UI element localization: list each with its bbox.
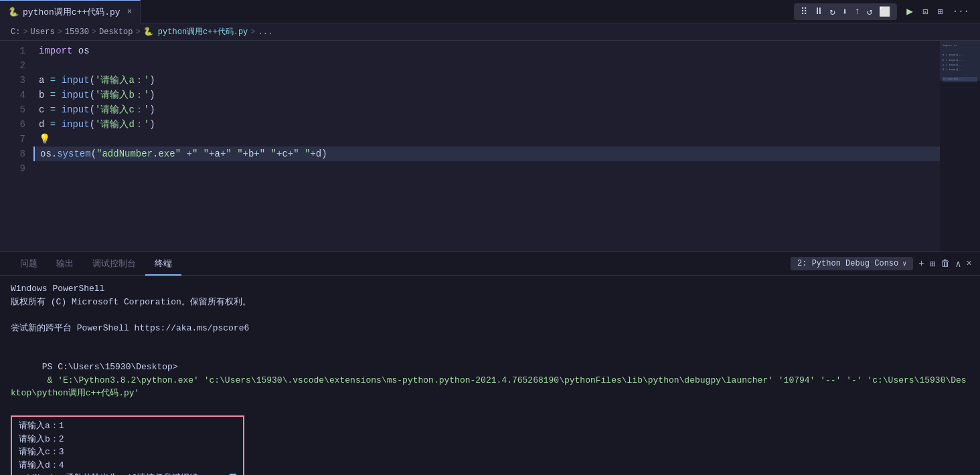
lightbulb-icon: 💡: [39, 132, 50, 147]
terminal-line-4: 尝试新的跨平台 PowerShell https://aka.ms/pscore…: [11, 322, 969, 335]
code-line-3: a = input('请输入a：'): [33, 73, 940, 88]
panel: 问题 输出 调试控制台 终端 2: Python Debug Conso ∨ +…: [0, 252, 980, 475]
tab-debug-console[interactable]: 调试控制台: [83, 252, 145, 276]
line-num-8: 8: [0, 147, 25, 161]
tab-bar: 🐍 python调用c++代码.py × ⠿ ⏸ ↻ ⬇ ↑ ↺ ⬜ ▶ ⊡ ⊞…: [0, 0, 980, 23]
tab-terminal[interactable]: 终端: [145, 252, 181, 276]
panel-tab-actions: 2: Python Debug Conso ∨ + ⊞ 🗑 ∧ ×: [791, 257, 980, 270]
terminal-input-b: 请输入b：2: [19, 433, 236, 446]
more-actions-icon[interactable]: ···: [953, 6, 969, 17]
code-content[interactable]: import os a = input('请输入a：') b = input('…: [33, 41, 940, 252]
maximize-panel-icon[interactable]: ∧: [955, 258, 961, 270]
terminal-input-c: 请输入c：3: [19, 446, 236, 459]
terminal-content[interactable]: Windows PowerShell 版权所有 (C) Microsoft Co…: [0, 276, 980, 475]
breadcrumb-desktop[interactable]: Desktop: [99, 27, 133, 37]
tab-output[interactable]: 输出: [47, 252, 83, 276]
debug-toolbar-group: ⠿ ⏸ ↻ ⬇ ↑ ↺ ⬜: [794, 3, 898, 20]
terminal-input-d: 请输入d：4: [19, 459, 236, 472]
terminal-line-1: Windows PowerShell: [11, 282, 969, 296]
code-line-1: import os: [33, 43, 940, 58]
breadcrumb: C: > Users > 15930 > Desktop > 🐍 python调…: [0, 23, 980, 41]
code-line-8: os.system("addNumber.exe" +" "+a+" "+b+"…: [33, 147, 940, 161]
tab-problems[interactable]: 问题: [11, 252, 47, 276]
grid-icon[interactable]: ⠿: [801, 6, 807, 17]
ps-prompt: PS C:\Users\15930\Desktop>: [42, 362, 178, 372]
line-num-7: 7: [0, 132, 25, 147]
split-editor-icon[interactable]: ⊡: [922, 6, 928, 17]
line-num-5: 5: [0, 102, 25, 117]
line-num-3: 3: [0, 73, 25, 88]
breadcrumb-users[interactable]: Users: [31, 27, 55, 37]
code-line-9: [33, 161, 940, 176]
breadcrumb-file[interactable]: 🐍 python调用c++代码.py: [143, 26, 248, 37]
minimap: import os a = input(... b = input(... c …: [940, 41, 980, 252]
terminal-line-3: [11, 308, 969, 322]
add-terminal-icon[interactable]: +: [918, 258, 924, 269]
terminal-line-2: 版权所有 (C) Microsoft Corporation。保留所有权利。: [11, 296, 969, 309]
code-line-2: [33, 58, 940, 73]
line-numbers: 1 2 3 4 5 6 7 8 9: [0, 41, 33, 252]
code-line-4: b = input('请输入b：'): [33, 88, 940, 102]
breadcrumb-15930[interactable]: 15930: [65, 27, 89, 37]
pause-icon[interactable]: ⏸: [814, 6, 823, 17]
code-line-7: 💡: [33, 132, 940, 147]
close-panel-icon[interactable]: ×: [967, 258, 972, 269]
restart-icon[interactable]: ↺: [867, 6, 872, 17]
step-out-icon[interactable]: ↑: [854, 6, 860, 17]
dropdown-label: 2: Python Debug Conso: [797, 259, 898, 268]
panel-tabs: 问题 输出 调试控制台 终端 2: Python Debug Conso ∨ +…: [0, 252, 980, 276]
breadcrumb-more[interactable]: ...: [258, 27, 273, 37]
run-button[interactable]: ▶: [906, 5, 913, 18]
step-over-icon[interactable]: ↻: [830, 6, 835, 17]
tab-title: python调用c++代码.py: [23, 6, 120, 18]
code-line-5: c = input('请输入c：'): [33, 102, 940, 117]
stop-icon[interactable]: ⬜: [879, 6, 890, 17]
line-num-2: 2: [0, 58, 25, 73]
line-num-1: 1: [0, 43, 25, 58]
toolbar: ⠿ ⏸ ↻ ⬇ ↑ ↺ ⬜ ▶ ⊡ ⊞ ···: [794, 3, 980, 20]
editor-area: 1 2 3 4 5 6 7 8 9 import os a = input('请…: [0, 41, 980, 252]
delete-terminal-icon[interactable]: 🗑: [941, 258, 950, 269]
line-num-6: 6: [0, 117, 25, 132]
active-tab[interactable]: 🐍 python调用c++代码.py ×: [0, 0, 141, 23]
terminal-dropdown[interactable]: 2: Python Debug Conso ∨: [791, 257, 913, 270]
terminal-output: addNumber函数的输出为：10请按任意键继续. . .: [19, 472, 236, 475]
terminal-command: & 'E:\Python3.8.2\python.exe' 'c:\Users\…: [11, 375, 967, 399]
code-line-6: d = input('请输入d：'): [33, 117, 940, 132]
breadcrumb-c[interactable]: C:: [11, 27, 20, 37]
step-into-icon[interactable]: ⬇: [842, 6, 847, 17]
terminal-input-a: 请输入a：1: [19, 419, 236, 433]
tab-close-button[interactable]: ×: [127, 7, 132, 17]
python-file-icon: 🐍: [8, 7, 19, 17]
terminal-line-5: [11, 335, 969, 348]
chevron-down-icon: ∨: [902, 260, 906, 268]
terminal-line-cmd: PS C:\Users\15930\Desktop> & 'E:\Python3…: [11, 348, 969, 413]
line-num-9: 9: [0, 161, 25, 176]
line-num-4: 4: [0, 88, 25, 102]
terminal-highlight-box: 请输入a：1 请输入b：2 请输入c：3 请输入d：4 addNumber函数的…: [11, 415, 244, 475]
split-terminal-icon[interactable]: ⊞: [930, 258, 935, 270]
layout-icon[interactable]: ⊞: [937, 6, 943, 17]
